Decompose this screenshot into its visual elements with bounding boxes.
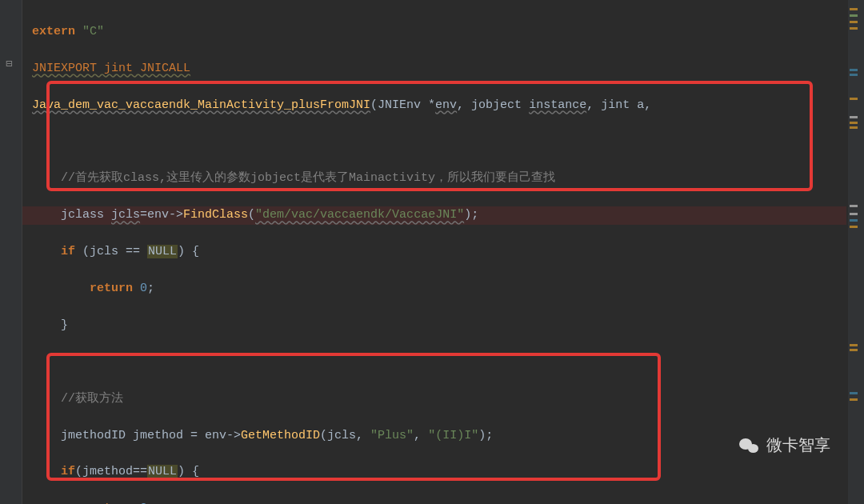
minimap-marker — [850, 392, 858, 394]
editor-gutter: ⊟ — [0, 0, 22, 504]
wechat-icon — [739, 437, 760, 454]
code-line: Java_dem_vac_vaccaendk_MainActivity_plus… — [22, 97, 846, 115]
minimap-marker — [850, 213, 858, 215]
code-line: jmethodID jmethod = env->GetMethodID(jcl… — [22, 427, 846, 446]
minimap-marker — [850, 14, 858, 17]
code-line: } — [22, 317, 846, 335]
minimap-marker — [850, 8, 858, 10]
minimap-marker — [850, 122, 858, 124]
function-name: Java_dem_vac_vaccaendk_MainActivity_plus… — [32, 98, 370, 112]
code-line — [22, 134, 846, 152]
gutter-collapse-icon[interactable]: ⊟ — [6, 56, 12, 73]
minimap-marker — [850, 205, 858, 207]
minimap-marker — [850, 344, 858, 346]
overview-ruler[interactable] — [848, 0, 864, 504]
code-line: if(jmethod==NULL) { — [22, 463, 846, 482]
minimap-marker — [850, 74, 858, 76]
code-line — [22, 354, 846, 372]
code-line: //首先获取class,这里传入的参数jobject是代表了Mainactivi… — [22, 170, 846, 188]
code-line: JNIEXPORT jint JNICALL — [22, 60, 846, 78]
code-line: return 0; — [22, 280, 846, 298]
code-line: jclass jcls=env->FindClass("dem/vac/vacc… — [22, 206, 846, 225]
minimap-marker — [850, 398, 858, 401]
code-line: //获取方法 — [22, 390, 846, 409]
minimap-marker — [850, 116, 858, 118]
watermark: 微卡智享 — [739, 433, 830, 458]
code-line: return 0; — [22, 500, 846, 504]
minimap-marker — [850, 126, 858, 129]
minimap-marker — [850, 27, 858, 30]
minimap-marker — [850, 69, 858, 71]
code-line: extern "C" — [22, 23, 846, 42]
minimap-marker — [850, 219, 858, 222]
watermark-text: 微卡智享 — [766, 433, 830, 458]
minimap-marker — [850, 226, 858, 228]
minimap-marker — [850, 349, 858, 351]
minimap-marker — [850, 21, 858, 23]
minimap-marker — [850, 98, 858, 100]
code-line: if (jcls == NULL) { — [22, 243, 846, 262]
code-editor-viewport[interactable]: extern "C" JNIEXPORT jint JNICALL Java_d… — [22, 5, 846, 504]
